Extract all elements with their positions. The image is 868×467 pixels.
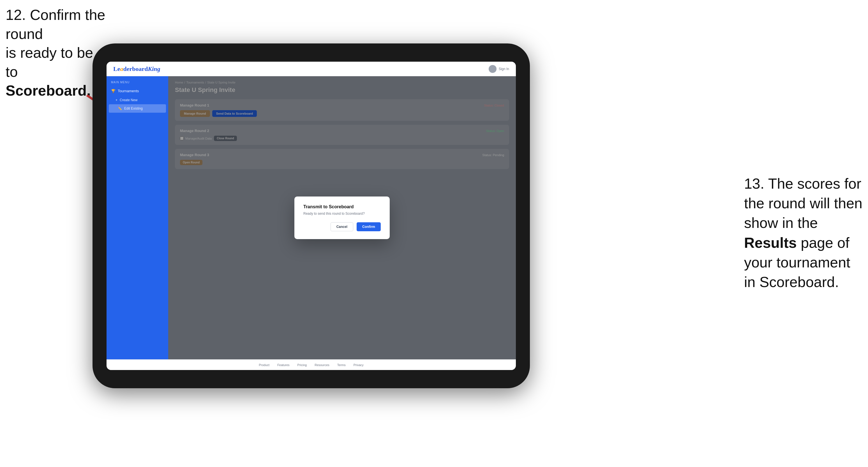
edit-existing-label: Edit Existing <box>124 106 143 111</box>
instruction-bottom-text: 13. The scores forthe round will thensho… <box>744 176 862 290</box>
trophy-icon: 🏆 <box>111 89 116 93</box>
sidebar-item-create-new[interactable]: + Create New <box>106 96 168 104</box>
modal-subtitle: Ready to send this round to Scoreboard? <box>303 212 381 216</box>
logo: LeaderboardKing <box>113 65 160 72</box>
footer: Product Features Pricing Resources Terms… <box>106 360 516 370</box>
modal-overlay: Transmit to Scoreboard Ready to send thi… <box>168 76 516 360</box>
edit-icon: ✏️ <box>118 106 122 111</box>
confirm-button[interactable]: Confirm <box>356 222 381 231</box>
transmit-modal: Transmit to Scoreboard Ready to send thi… <box>294 196 390 239</box>
main-layout: MAIN MENU 🏆 Tournaments + Create New ✏️ … <box>106 76 516 360</box>
sign-in-link[interactable]: Sign In <box>499 67 509 71</box>
tablet-screen: LeaderboardKing Sign In MAIN MENU 🏆 Tour… <box>106 62 516 370</box>
main-menu-label: MAIN MENU <box>106 81 168 86</box>
instruction-line3: Scoreboard. <box>6 83 91 99</box>
footer-features[interactable]: Features <box>277 363 289 367</box>
footer-pricing[interactable]: Pricing <box>298 363 307 367</box>
tablet-frame: LeaderboardKing Sign In MAIN MENU 🏆 Tour… <box>93 43 530 388</box>
sidebar-tournaments-label: Tournaments <box>118 89 139 93</box>
sidebar-item-tournaments[interactable]: 🏆 Tournaments <box>106 86 168 96</box>
create-new-label: Create New <box>120 98 137 102</box>
footer-product[interactable]: Product <box>259 363 270 367</box>
modal-actions: Cancel Confirm <box>303 222 381 231</box>
footer-privacy[interactable]: Privacy <box>353 363 364 367</box>
modal-title: Transmit to Scoreboard <box>303 204 381 209</box>
instruction-line1: 12. Confirm the round <box>6 7 105 42</box>
nav-right: Sign In <box>489 65 509 73</box>
sidebar: MAIN MENU 🏆 Tournaments + Create New ✏️ … <box>106 76 168 360</box>
top-nav: LeaderboardKing Sign In <box>106 62 516 76</box>
logo-area: LeaderboardKing <box>113 65 160 72</box>
cancel-button[interactable]: Cancel <box>331 222 353 231</box>
footer-terms[interactable]: Terms <box>337 363 346 367</box>
content-area: Home / Tournaments / State U Spring Invi… <box>168 76 516 360</box>
footer-resources[interactable]: Resources <box>315 363 330 367</box>
sidebar-item-edit-existing[interactable]: ✏️ Edit Existing <box>109 104 166 113</box>
plus-icon: + <box>116 98 118 102</box>
avatar-icon <box>489 65 497 73</box>
instruction-bottom: 13. The scores forthe round will thensho… <box>744 174 862 292</box>
